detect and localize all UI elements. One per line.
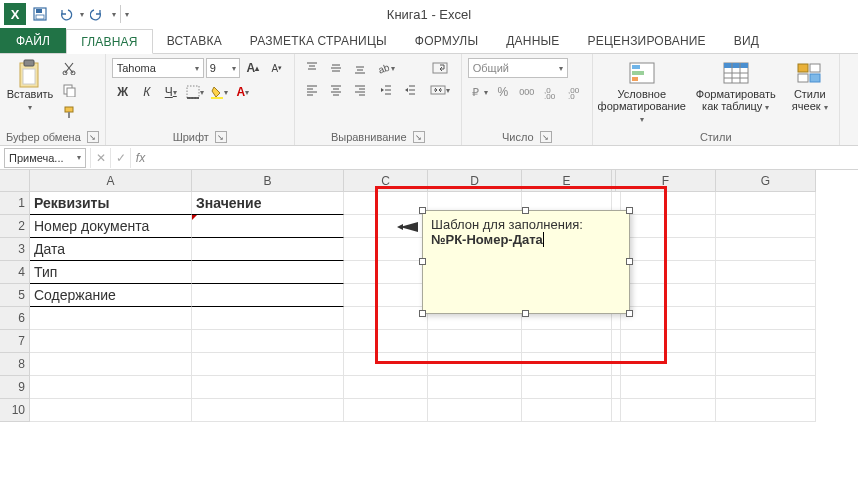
align-left-icon[interactable]: [301, 80, 323, 100]
align-right-icon[interactable]: [349, 80, 371, 100]
tab-review[interactable]: РЕЦЕНЗИРОВАНИЕ: [574, 28, 720, 53]
cell-B2[interactable]: [192, 215, 344, 238]
cell-C4[interactable]: [344, 261, 428, 284]
align-top-icon[interactable]: [301, 58, 323, 78]
cell-B5[interactable]: [192, 284, 344, 307]
cell-G5[interactable]: [716, 284, 816, 307]
insert-function-icon[interactable]: fx: [130, 148, 150, 168]
name-box[interactable]: Примеча...▾: [4, 148, 86, 168]
cell-F8[interactable]: [616, 353, 716, 376]
wrap-text-icon[interactable]: [425, 58, 455, 78]
comma-format-icon[interactable]: 000: [516, 82, 538, 102]
alignment-launcher-icon[interactable]: ↘: [413, 131, 425, 143]
row-header-3[interactable]: 3: [0, 238, 30, 261]
tab-insert[interactable]: ВСТАВКА: [153, 28, 236, 53]
cell-C1[interactable]: [344, 192, 428, 215]
cell-B1[interactable]: Значение: [192, 192, 344, 215]
cell-G3[interactable]: [716, 238, 816, 261]
number-launcher-icon[interactable]: ↘: [540, 131, 552, 143]
tab-home[interactable]: ГЛАВНАЯ: [66, 29, 152, 54]
italic-button[interactable]: К: [136, 82, 158, 102]
row-header-6[interactable]: 6: [0, 307, 30, 330]
cell-G10[interactable]: [716, 399, 816, 422]
formula-input[interactable]: [150, 148, 858, 168]
row-header-5[interactable]: 5: [0, 284, 30, 307]
cell-C9[interactable]: [344, 376, 428, 399]
redo-dropdown-icon[interactable]: ▾: [112, 10, 116, 19]
cell-A5[interactable]: Содержание: [30, 284, 192, 307]
cell-A8[interactable]: [30, 353, 192, 376]
cell-A4[interactable]: Тип: [30, 261, 192, 284]
align-middle-icon[interactable]: [325, 58, 347, 78]
decrease-font-icon[interactable]: A▾: [266, 58, 288, 78]
cell-A1[interactable]: Реквизиты: [30, 192, 192, 215]
col-header-C[interactable]: C: [344, 170, 428, 192]
align-bottom-icon[interactable]: [349, 58, 371, 78]
col-header-A[interactable]: A: [30, 170, 192, 192]
orientation-icon[interactable]: ab▾: [375, 58, 397, 78]
cell-B4[interactable]: [192, 261, 344, 284]
tab-file[interactable]: ФАЙЛ: [0, 28, 66, 53]
cell-B8[interactable]: [192, 353, 344, 376]
accounting-format-icon[interactable]: ₽▾: [468, 82, 490, 102]
fill-color-icon[interactable]: ▾: [208, 82, 230, 102]
cell-A3[interactable]: Дата: [30, 238, 192, 261]
cell-C8[interactable]: [344, 353, 428, 376]
decrease-decimal-icon[interactable]: ,00,0: [564, 82, 586, 102]
undo-dropdown-icon[interactable]: ▾: [80, 10, 84, 19]
tab-page-layout[interactable]: РАЗМЕТКА СТРАНИЦЫ: [236, 28, 401, 53]
row-header-9[interactable]: 9: [0, 376, 30, 399]
row-header-2[interactable]: 2: [0, 215, 30, 238]
cell-F2[interactable]: [616, 215, 716, 238]
cell-F9[interactable]: [616, 376, 716, 399]
cell-G4[interactable]: [716, 261, 816, 284]
cell-G2[interactable]: [716, 215, 816, 238]
cell-F5[interactable]: [616, 284, 716, 307]
align-center-icon[interactable]: [325, 80, 347, 100]
col-header-G[interactable]: G: [716, 170, 816, 192]
decrease-indent-icon[interactable]: [375, 80, 397, 100]
cell-C10[interactable]: [344, 399, 428, 422]
cell-styles-button[interactable]: Стили ячеек ▾: [787, 58, 833, 116]
increase-decimal-icon[interactable]: ,0,00: [540, 82, 562, 102]
qat-save-icon[interactable]: [28, 3, 52, 25]
tab-view[interactable]: ВИД: [720, 28, 773, 53]
select-all-corner[interactable]: [0, 170, 30, 192]
cell-B6[interactable]: [192, 307, 344, 330]
row-header-10[interactable]: 10: [0, 399, 30, 422]
row-header-7[interactable]: 7: [0, 330, 30, 353]
cell-E9[interactable]: [522, 376, 612, 399]
cell-B3[interactable]: [192, 238, 344, 261]
tab-formulas[interactable]: ФОРМУЛЫ: [401, 28, 492, 53]
font-size-combo[interactable]: 9▾: [206, 58, 240, 78]
copy-icon[interactable]: [58, 80, 80, 100]
percent-format-icon[interactable]: %: [492, 82, 514, 102]
row-header-4[interactable]: 4: [0, 261, 30, 284]
number-format-combo[interactable]: Общий▾: [468, 58, 568, 78]
cell-A10[interactable]: [30, 399, 192, 422]
format-painter-icon[interactable]: [58, 102, 80, 122]
cell-G7[interactable]: [716, 330, 816, 353]
comment-box[interactable]: Шаблон для заполнения: №РК-Номер-Дата: [422, 210, 630, 314]
cell-D7[interactable]: [428, 330, 522, 353]
row-header-8[interactable]: 8: [0, 353, 30, 376]
col-header-F[interactable]: F: [616, 170, 716, 192]
paste-button[interactable]: Вставить▾: [6, 58, 54, 116]
format-as-table-button[interactable]: Форматировать как таблицу ▾: [695, 58, 777, 116]
borders-icon[interactable]: ▾: [184, 82, 206, 102]
cell-A9[interactable]: [30, 376, 192, 399]
merge-center-icon[interactable]: ▾: [425, 80, 455, 100]
cell-B10[interactable]: [192, 399, 344, 422]
tab-data[interactable]: ДАННЫЕ: [492, 28, 573, 53]
font-name-combo[interactable]: Tahoma▾: [112, 58, 204, 78]
col-header-D[interactable]: D: [428, 170, 522, 192]
font-color-icon[interactable]: A▾: [232, 82, 254, 102]
cell-E8[interactable]: [522, 353, 612, 376]
clipboard-launcher-icon[interactable]: ↘: [87, 131, 99, 143]
qat-redo-icon[interactable]: [86, 3, 110, 25]
cell-C5[interactable]: [344, 284, 428, 307]
cell-D8[interactable]: [428, 353, 522, 376]
cell-B9[interactable]: [192, 376, 344, 399]
cell-C3[interactable]: [344, 238, 428, 261]
cell-A6[interactable]: [30, 307, 192, 330]
